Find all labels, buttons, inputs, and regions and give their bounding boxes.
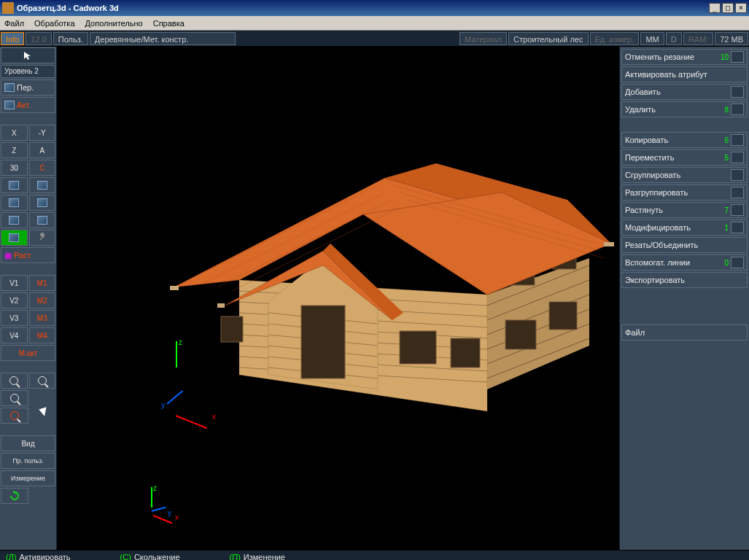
minimize-button[interactable]: _ bbox=[709, 3, 721, 13]
axis-a[interactable]: A bbox=[29, 142, 56, 158]
file-button[interactable]: Файл bbox=[621, 324, 748, 341]
active-button[interactable]: Акт. bbox=[1, 97, 55, 113]
svg-rect-23 bbox=[301, 306, 345, 378]
axis-z-label: z bbox=[153, 484, 157, 492]
app-icon bbox=[2, 2, 14, 14]
activate-attr-button[interactable]: Активировать атрибут bbox=[621, 66, 748, 82]
svg-rect-43 bbox=[170, 286, 179, 290]
zoom-in[interactable] bbox=[1, 373, 28, 389]
menu-extra[interactable]: Дополнительно bbox=[85, 19, 143, 28]
cube-icon bbox=[37, 198, 47, 207]
axis-x-label: x bbox=[212, 413, 216, 421]
cube-icon bbox=[9, 181, 19, 190]
refresh-button[interactable] bbox=[1, 488, 28, 504]
measure-button[interactable]: Измерение bbox=[1, 470, 55, 486]
refresh-icon bbox=[9, 491, 20, 501]
axis-y-label: y bbox=[168, 509, 171, 517]
export-button[interactable]: Экспортировать bbox=[621, 272, 748, 288]
group-button[interactable]: Сгруппировать bbox=[621, 167, 748, 183]
undo-cut-button[interactable]: Отменить резание10 bbox=[621, 49, 748, 65]
left-toolbar: Уровень 2 Пер. Акт. X-Y ZA 30C ▦Раст V1M… bbox=[0, 47, 57, 550]
axis-z[interactable]: Z bbox=[1, 142, 28, 158]
svg-rect-26 bbox=[505, 320, 536, 349]
axis-x[interactable]: X bbox=[1, 125, 28, 141]
cursor-tool[interactable] bbox=[1, 47, 55, 63]
view-btn-2[interactable] bbox=[29, 177, 56, 193]
mact-button[interactable]: М.акт bbox=[1, 345, 55, 361]
view-btn-6[interactable] bbox=[29, 212, 56, 228]
cursor-icon bbox=[23, 50, 34, 61]
unit-value[interactable]: MM bbox=[640, 32, 664, 45]
zoom-in-icon bbox=[9, 376, 18, 385]
menubar: Файл Обработка Дополнительно Справка bbox=[0, 16, 749, 31]
cube-icon bbox=[9, 233, 19, 242]
zoom-region[interactable] bbox=[1, 408, 28, 424]
axis-30[interactable]: 30 bbox=[1, 160, 28, 176]
cut-join-button[interactable]: Резать/Объединить bbox=[621, 237, 748, 253]
v3-button[interactable]: V3 bbox=[1, 310, 28, 326]
delete-button[interactable]: Удалить8 bbox=[621, 101, 748, 117]
stretch-button[interactable]: Растянуть7 bbox=[621, 202, 748, 218]
raster-button[interactable]: ▦Раст bbox=[1, 247, 55, 263]
right-toolbar: Отменить резание10 Активировать атрибут … bbox=[619, 47, 749, 550]
material-value[interactable]: Строительный лес bbox=[508, 32, 588, 45]
axis-c[interactable]: C bbox=[29, 160, 56, 176]
m3-button[interactable]: M3 bbox=[29, 310, 56, 326]
render-mode[interactable] bbox=[1, 230, 28, 246]
svg-rect-27 bbox=[549, 302, 577, 330]
titlebar: Образетц.3d - Cadwork 3d _ □ × bbox=[0, 0, 749, 16]
cube-icon bbox=[37, 216, 47, 225]
v4-button[interactable]: V4 bbox=[1, 327, 28, 343]
view-btn-4[interactable] bbox=[29, 195, 56, 211]
construction-type[interactable]: Деревянные/Мет. констр. bbox=[90, 32, 236, 45]
axis-z-label: z bbox=[179, 338, 182, 346]
m4-button[interactable]: M4 bbox=[29, 327, 56, 343]
settings-button[interactable] bbox=[29, 230, 56, 246]
unit-label: Ед. измер. bbox=[590, 32, 640, 45]
view-btn-5[interactable] bbox=[1, 212, 28, 228]
user-button[interactable]: Польз. bbox=[53, 32, 88, 45]
m1-button[interactable]: M1 bbox=[29, 275, 56, 291]
copy-button[interactable]: Копировать6 bbox=[621, 132, 748, 148]
level-label[interactable]: Уровень 2 bbox=[1, 65, 55, 78]
menu-file[interactable]: Файл bbox=[4, 19, 24, 28]
undo-icon bbox=[731, 51, 744, 63]
window-title: Образетц.3d - Cadwork 3d bbox=[17, 4, 707, 12]
modify-button[interactable]: Модифицировать1 bbox=[621, 219, 748, 236]
house-model bbox=[144, 149, 619, 470]
user-pref-button[interactable]: Пр. польз. bbox=[1, 453, 55, 469]
zoom-region-icon bbox=[10, 411, 19, 420]
v1-button[interactable]: V1 bbox=[1, 275, 28, 291]
m2-button[interactable]: M2 bbox=[29, 292, 56, 308]
view-btn-3[interactable] bbox=[1, 195, 28, 211]
add-icon bbox=[731, 86, 744, 98]
close-button[interactable]: × bbox=[735, 3, 747, 13]
aux-icon bbox=[731, 257, 744, 268]
ungroup-button[interactable]: Разгруппировать bbox=[621, 184, 748, 201]
perspective-button[interactable]: Пер. bbox=[1, 79, 55, 96]
aux-lines-button[interactable]: Вспомогат. линии0 bbox=[621, 254, 748, 271]
view-button[interactable]: Вид bbox=[1, 435, 55, 451]
info-button[interactable]: Info bbox=[1, 32, 24, 45]
move-button[interactable]: Переместить5 bbox=[621, 149, 748, 166]
status-key-c: (С) bbox=[120, 553, 131, 560]
version-label: 12.0 bbox=[26, 32, 51, 45]
menu-help[interactable]: Справка bbox=[153, 19, 185, 28]
cube-icon bbox=[4, 83, 15, 92]
add-button[interactable]: Добавить bbox=[621, 84, 748, 100]
viewport-3d[interactable]: z x y z x y bbox=[57, 47, 619, 550]
v2-button[interactable]: V2 bbox=[1, 292, 28, 308]
grid-icon: ▦ bbox=[4, 251, 12, 260]
status-key-l: (Л) bbox=[6, 553, 17, 560]
axis-ny[interactable]: -Y bbox=[29, 125, 56, 141]
zoom-out[interactable] bbox=[29, 373, 56, 389]
svg-rect-44 bbox=[604, 242, 614, 246]
group-icon bbox=[731, 169, 744, 181]
cube-icon bbox=[37, 181, 47, 190]
view-btn-1[interactable] bbox=[1, 177, 28, 193]
zoom-out-icon bbox=[38, 376, 47, 385]
zoom-fit[interactable] bbox=[1, 390, 28, 406]
maximize-button[interactable]: □ bbox=[722, 3, 734, 13]
copy-icon bbox=[731, 134, 744, 146]
menu-edit[interactable]: Обработка bbox=[34, 19, 74, 28]
